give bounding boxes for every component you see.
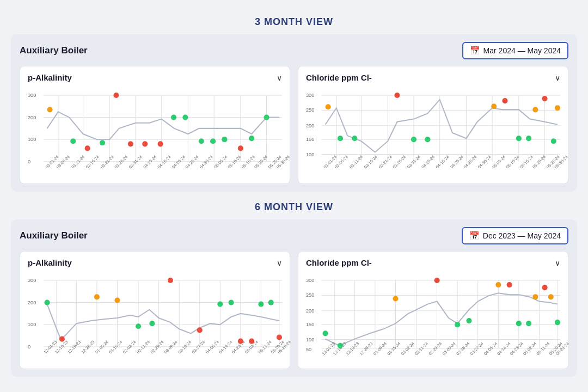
svg-text:300: 300	[28, 278, 36, 283]
boiler-header-3month: Auxiliary Boiler 📅 Mar 2024 — May 2024	[20, 42, 568, 59]
svg-point-145	[136, 323, 141, 329]
svg-text:04-25-24: 04-25-24	[462, 154, 477, 169]
svg-text:12-19-23: 12-19-23	[345, 341, 360, 357]
svg-point-209	[532, 294, 538, 299]
chart-header-alk-6m: p-Alkalinity ∨	[28, 258, 282, 267]
svg-alk-6m: 300 200 100 0	[28, 272, 282, 364]
svg-text:03-26-24: 03-26-24	[391, 154, 407, 169]
svg-point-41	[142, 141, 148, 146]
chart-header-chl-6m: Chloride ppm Cl- ∨	[306, 258, 560, 267]
date-range-6month: Dec 2023 — May 2024	[483, 231, 561, 240]
svg-text:100: 100	[28, 137, 36, 142]
svg-point-48	[238, 145, 243, 151]
boiler-title-3month: Auxiliary Boiler	[20, 45, 88, 56]
svg-text:0: 0	[28, 344, 30, 350]
svg-point-155	[277, 334, 282, 340]
svg-point-90	[352, 136, 357, 141]
chart-title-alk-6m: p-Alkalinity	[28, 258, 72, 267]
calendar-icon-3month: 📅	[470, 46, 480, 56]
svg-text:03-11-24: 03-11-24	[348, 154, 364, 169]
chart-header-alk-3m: p-Alkalinity ∨	[28, 73, 282, 82]
svg-text:04-10-24: 04-10-24	[420, 154, 436, 169]
svg-point-40	[128, 141, 133, 146]
svg-point-101	[555, 105, 560, 111]
svg-point-94	[491, 103, 497, 109]
svg-text:300: 300	[306, 93, 314, 98]
svg-point-42	[158, 141, 163, 146]
svg-text:04-15-24: 04-15-24	[435, 154, 450, 169]
svg-point-100	[551, 138, 556, 144]
svg-point-144	[114, 297, 120, 303]
svg-text:100: 100	[306, 337, 314, 342]
chart-title-chl-6m: Chloride ppm Cl-	[306, 258, 372, 267]
svg-point-45	[199, 138, 204, 144]
chart-area-chl-3m: 300 250 200 150 100	[306, 87, 560, 179]
date-badge-3month[interactable]: 📅 Mar 2024 — May 2024	[462, 42, 568, 59]
svg-text:05-10-24: 05-10-24	[505, 154, 520, 169]
svg-text:12-19-23: 12-19-23	[66, 339, 82, 354]
svg-point-210	[542, 285, 547, 290]
svg-text:150: 150	[306, 322, 314, 327]
svg-text:12-28-23: 12-28-23	[81, 339, 96, 354]
chart-alkalinity-6month: p-Alkalinity ∨ 300 200 100 0	[20, 251, 290, 369]
svg-point-95	[502, 98, 507, 103]
svg-point-142	[59, 336, 65, 342]
svg-point-36	[70, 138, 76, 144]
svg-point-38	[100, 140, 105, 145]
chart-chloride-6month: Chloride ppm Cl- ∨ 300 250 200 150 100 5…	[298, 251, 568, 369]
svg-point-211	[548, 294, 554, 299]
svg-point-89	[338, 136, 343, 141]
section-3month-title: 3 MONTH VIEW	[11, 16, 577, 28]
svg-point-147	[168, 278, 173, 283]
svg-alk-3m: 300 200 100 0	[28, 87, 282, 179]
svg-point-152	[249, 339, 254, 344]
svg-text:0: 0	[28, 159, 30, 164]
svg-chl-6m: 300 250 200 150 100 50	[306, 272, 560, 364]
svg-point-148	[197, 327, 203, 333]
section-3month: 3 MONTH VIEW Auxiliary Boiler 📅 Mar 2024…	[11, 16, 577, 192]
svg-point-143	[94, 294, 100, 299]
date-badge-6month[interactable]: 📅 Dec 2023 — May 2024	[462, 227, 568, 244]
charts-row-6month: p-Alkalinity ∨ 300 200 100 0	[20, 251, 568, 369]
svg-point-146	[149, 321, 155, 326]
svg-point-205	[495, 282, 501, 287]
chart-area-alk-3m: 300 200 100 0	[28, 87, 282, 179]
svg-point-154	[268, 299, 274, 305]
svg-point-150	[229, 299, 234, 305]
svg-chl-3m: 300 250 200 150 100	[306, 87, 560, 179]
chart-area-alk-6m: 300 200 100 0	[28, 272, 282, 364]
svg-point-201	[393, 296, 398, 301]
svg-text:150: 150	[306, 137, 314, 142]
chart-header-chl-3m: Chloride ppm Cl- ∨	[306, 73, 560, 82]
svg-text:100: 100	[306, 152, 314, 157]
svg-point-49	[249, 136, 254, 141]
svg-text:200: 200	[28, 115, 36, 120]
svg-point-212	[555, 320, 560, 325]
svg-point-207	[516, 321, 522, 326]
svg-point-200	[338, 343, 343, 348]
svg-point-50	[264, 114, 269, 120]
svg-point-153	[258, 302, 264, 307]
svg-text:05-20-24: 05-20-24	[531, 154, 547, 169]
chevron-alk-6m[interactable]: ∨	[277, 259, 282, 267]
svg-text:200: 200	[28, 300, 36, 305]
svg-text:04-20-24: 04-20-24	[449, 154, 464, 169]
svg-text:12-28-23: 12-28-23	[359, 341, 374, 357]
svg-point-141	[44, 299, 50, 305]
svg-point-93	[425, 137, 430, 142]
chevron-chl-3m[interactable]: ∨	[555, 74, 560, 82]
svg-text:04-30-24: 04-30-24	[477, 154, 492, 169]
boiler-title-6month: Auxiliary Boiler	[20, 230, 88, 241]
chart-chloride-3month: Chloride ppm Cl- ∨ 300 250 200 150 100	[298, 66, 568, 184]
svg-point-35	[47, 107, 53, 112]
chart-title-alk-3m: p-Alkalinity	[28, 73, 72, 82]
boiler-card-6month: Auxiliary Boiler 📅 Dec 2023 — May 2024 p…	[11, 219, 577, 377]
chevron-alk-3m[interactable]: ∨	[277, 74, 282, 82]
svg-point-151	[238, 339, 243, 344]
chevron-chl-6m[interactable]: ∨	[555, 259, 560, 267]
svg-point-206	[507, 282, 512, 287]
svg-text:50: 50	[306, 347, 311, 352]
svg-text:200: 200	[306, 308, 314, 314]
svg-point-91	[394, 93, 400, 98]
svg-point-88	[326, 104, 331, 109]
